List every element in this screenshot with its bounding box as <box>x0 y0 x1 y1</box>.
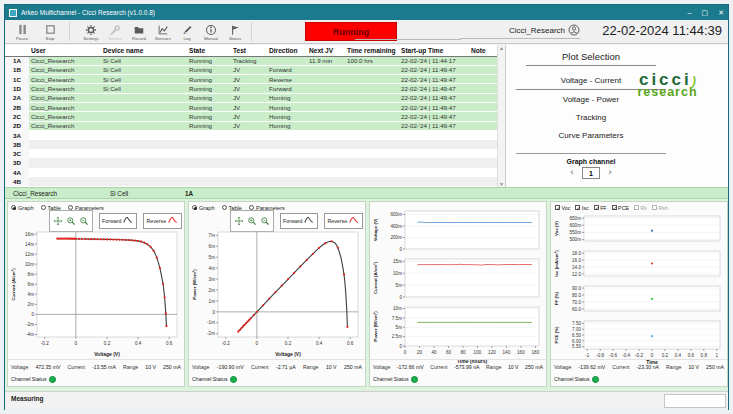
svg-text:8m: 8m <box>28 272 35 277</box>
svg-text:600m: 600m <box>570 223 582 228</box>
radio-graph[interactable]: Graph <box>11 205 34 211</box>
svg-text:10m: 10m <box>393 271 402 276</box>
svg-text:18.0: 18.0 <box>572 251 581 256</box>
reverse-curve-icon <box>168 215 179 227</box>
svg-text:-0.2: -0.2 <box>222 341 230 346</box>
column-header-device-name[interactable]: Device name <box>101 45 187 56</box>
svg-text:Current (A/cm²): Current (A/cm²) <box>373 261 378 294</box>
radio-graph[interactable]: Graph <box>192 205 215 211</box>
settings-button[interactable]: Settings <box>79 21 103 43</box>
channel-column-header <box>5 45 29 56</box>
table-row-1b[interactable]: 1BCicci_ResearchSi CellRunningJVForward2… <box>5 65 497 74</box>
column-header-direction[interactable]: Direction <box>267 45 307 56</box>
table-row-2a[interactable]: 2ACicci_ResearchRunningJVHoming22-02-'24… <box>5 93 497 102</box>
table-row-2b[interactable]: 2BCicci_ResearchRunningJVHoming22-02-'24… <box>5 102 497 111</box>
graph-channel-prev-button[interactable]: ‹ <box>566 167 578 179</box>
checkbox-voc[interactable]: Voc <box>555 205 570 211</box>
svg-text:5m: 5m <box>396 325 403 330</box>
graph-channel-next-button[interactable]: › <box>604 167 616 179</box>
reverse-scan-button[interactable]: Reverse <box>324 213 363 229</box>
svg-text:6.00: 6.00 <box>572 339 581 344</box>
channel-status-led <box>411 376 418 383</box>
record-button[interactable]: Record <box>127 21 151 43</box>
checkbox-pce[interactable]: PCE <box>612 205 629 211</box>
forward-scan-button[interactable]: Forward <box>280 213 318 229</box>
app-window: Arkeo Multichannel - Cicci Research (v1.… <box>4 4 729 410</box>
log-button[interactable]: Log <box>175 21 199 43</box>
zoom-out-icon[interactable] <box>260 212 270 230</box>
plot-selection-item-tracking[interactable]: Tracking <box>516 108 666 126</box>
column-header-next-jv[interactable]: Next JV <box>307 45 345 56</box>
table-row-2d[interactable]: 2DCicci_ResearchRunningJVHoming22-02-'24… <box>5 121 497 130</box>
svg-text:550m: 550m <box>570 230 582 235</box>
table-row-3c[interactable]: 3C <box>5 149 497 158</box>
table-row-1c[interactable]: 1CCicci_ResearchSi CellRunningJVReverse2… <box>5 75 497 84</box>
column-header-start-up-time[interactable]: Start-up Time <box>399 45 469 56</box>
svg-text:0: 0 <box>651 353 654 358</box>
column-header-test[interactable]: Test <box>231 45 267 56</box>
checkbox-rs[interactable]: Rs <box>634 205 647 211</box>
toolbar-separator <box>251 22 252 41</box>
sensors-button[interactable]: Sensors <box>151 21 175 43</box>
column-header-user[interactable]: User <box>29 45 101 56</box>
column-header-state[interactable]: State <box>187 45 231 56</box>
datetime-display: 22-02-2024 11:44:39 <box>602 23 722 38</box>
svg-text:0.4: 0.4 <box>675 353 682 358</box>
forward-scan-button[interactable]: Forward <box>99 213 137 229</box>
table-scrollbar[interactable]: ▲▼ <box>497 45 505 187</box>
table-row-3d[interactable]: 3D <box>5 158 497 167</box>
device-button[interactable]: Device <box>103 21 127 43</box>
checkbox-ff[interactable]: FF <box>594 205 607 211</box>
zoom-window-icon[interactable] <box>66 212 76 230</box>
graph-panel-voltage-power: GraphTableParametersForwardReverse-2m-1m… <box>188 201 366 387</box>
person-icon <box>568 24 580 38</box>
pan-icon[interactable] <box>234 212 244 230</box>
svg-text:2m: 2m <box>209 288 216 293</box>
svg-text:3m: 3m <box>209 277 216 282</box>
table-row-3a[interactable]: 3A <box>5 130 497 139</box>
pause-button[interactable]: Pause <box>9 21 35 43</box>
svg-text:2m: 2m <box>28 302 35 307</box>
radio-icon <box>11 205 16 210</box>
table-row-2c[interactable]: 2CCicci_ResearchRunningJVHoming22-02-'24… <box>5 112 497 121</box>
graph-channel-control: Graph channel ‹ 1 › <box>516 153 666 179</box>
maximize-button[interactable]: ▢ <box>702 9 709 17</box>
table-row-4b[interactable]: 4B <box>5 177 497 186</box>
account-button[interactable]: Cicci_Research <box>460 23 580 39</box>
close-button[interactable]: ✕ <box>718 9 724 17</box>
graph-channel-value[interactable]: 1 <box>582 167 600 179</box>
table-row-1d[interactable]: 1DCicci_ResearchSi CellRunningJVForward2… <box>5 84 497 93</box>
svg-text:6.50: 6.50 <box>572 333 581 338</box>
radio-icon <box>68 205 73 210</box>
status-value: -190.90 mV <box>217 364 244 370</box>
column-header-time-remaining[interactable]: Time remaining <box>345 45 399 56</box>
svg-text:120: 120 <box>488 350 496 355</box>
column-header-note[interactable]: Note <box>469 45 497 56</box>
zoom-window-icon[interactable] <box>247 212 257 230</box>
stop-button[interactable]: Stop <box>37 21 63 43</box>
channel-status-bar: Voltage-190.90 mVCurrent-2.71 µARange10 … <box>189 359 365 386</box>
svg-text:Voltage (V): Voltage (V) <box>275 351 301 357</box>
radio-icon <box>249 205 254 210</box>
svg-text:7m: 7m <box>209 233 216 238</box>
table-row-4a[interactable]: 4A <box>5 168 497 177</box>
svg-text:-2m: -2m <box>207 331 215 336</box>
manual-button[interactable]: Manual <box>199 21 223 43</box>
reverse-scan-button[interactable]: Reverse <box>143 213 182 229</box>
chart-curve-parameters-2: 60.070.080.090.0FF (%) <box>552 283 726 314</box>
table-row-3b[interactable]: 3B <box>5 140 497 149</box>
checkbox-rsh[interactable]: Rsh <box>652 205 668 211</box>
zoom-out-icon[interactable] <box>79 212 89 230</box>
scroll-up-icon[interactable]: ▲ <box>499 45 504 51</box>
checkbox-isc[interactable]: Isc <box>575 205 588 211</box>
status-button[interactable]: Status <box>223 21 247 43</box>
status-value: 10 V <box>508 364 519 370</box>
minimize-button[interactable]: – <box>688 9 692 16</box>
table-row-1a[interactable]: 1ACicci_ResearchSi CellRunningTracking11… <box>5 56 497 65</box>
status-value: 250 mA <box>525 364 543 370</box>
pan-icon[interactable] <box>53 212 63 230</box>
chart-tracking-1: 05m10m15mCurrent (A/cm²) <box>371 256 545 300</box>
svg-text:1m: 1m <box>209 299 216 304</box>
channel-status-led <box>49 376 56 383</box>
plot-selection-item-curve-parameters[interactable]: Curve Parameters <box>516 126 666 144</box>
